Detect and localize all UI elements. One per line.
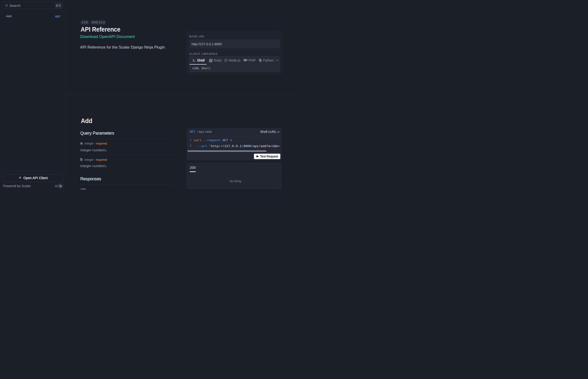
svg-text:JS: JS	[225, 60, 227, 61]
svg-text:php: php	[244, 59, 246, 61]
